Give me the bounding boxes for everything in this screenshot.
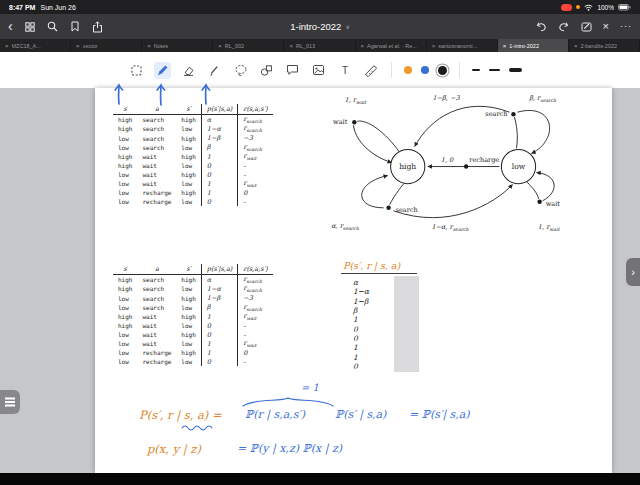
share-button[interactable] [92,21,103,33]
table-cell: high [176,330,201,339]
recording-indicator[interactable] [561,4,572,11]
table-cell: high [113,124,137,133]
close-document-button[interactable]: × [603,21,609,32]
back-button[interactable]: ‹ [8,19,13,33]
color-swatch-blue[interactable] [421,66,429,74]
tab-notes[interactable]: ×Notes [142,39,213,52]
tab-agarwal-et-al-re-[interactable]: ×Agarwal et al. - Re... [356,39,427,52]
table-cell: high [176,275,201,285]
column-header: r(s,a,s′) [238,104,273,115]
stroke-width-medium[interactable] [489,69,500,72]
documents-grid-button[interactable] [25,22,35,32]
handwritten-value: 0 [353,362,369,371]
table-cell: - [238,197,273,206]
tab-close-icon[interactable]: × [147,43,151,49]
microphone-indicator [576,5,580,9]
table-cell: low [113,294,137,303]
overbrace [241,396,335,407]
edge-label: 1−α, rsearch [431,223,469,232]
more-options-button[interactable]: ··· [620,22,632,31]
table-cell: search [137,115,176,125]
comment-tool-button[interactable] [284,62,301,79]
undo-button[interactable] [535,22,547,32]
eraser-tool-button[interactable] [180,62,197,79]
table-cell: high [113,275,137,285]
table-row: lowrechargelow0- [113,357,273,366]
status-date: Sun Jun 26 [40,4,75,11]
markup-button[interactable] [581,21,592,32]
tab-close-icon[interactable]: × [361,43,365,49]
sidebar-toggle[interactable]: › [626,258,640,286]
table-cell: low [113,143,137,152]
ruler-tool-button[interactable] [362,62,379,79]
table-cell: wait [137,330,176,339]
table-row: highwaithigh1rwait [113,312,273,321]
text-tool-button[interactable]: T [336,62,353,79]
tab-close-icon[interactable]: × [503,43,507,49]
shapes-tool-button[interactable] [258,62,275,79]
battery-percent: 100% [597,4,614,11]
bookmark-button[interactable] [70,21,80,32]
redo-button[interactable] [558,22,570,32]
handwritten-eq1-factor1: ℙ(r | s,a,s′) [245,408,305,421]
stroke-width-thin[interactable] [472,69,480,71]
tab-close-icon[interactable]: × [574,43,578,49]
table-cell: 1−α [201,284,238,293]
table-cell: search [137,284,176,293]
tab-2-bandits-2022[interactable]: ×2-bandits-2022 [569,39,640,52]
state-high-label: high [399,162,416,171]
lasso-tool-button[interactable] [232,62,249,79]
handwritten-value: 1−α [353,287,369,296]
tab-close-icon[interactable]: × [76,43,80,49]
table-cell: rwait [238,179,273,188]
tab-close-icon[interactable]: × [5,43,9,49]
undo-icon [535,22,547,32]
color-swatch-black-selected[interactable] [438,66,447,75]
table-cell: −3 [238,134,273,143]
table-cell: low [176,143,201,152]
wifi-icon [584,4,593,11]
tab-1-intro-2022[interactable]: ×1-intro-2022 [498,39,569,52]
tab-close-icon[interactable]: × [432,43,436,49]
tab-close-icon[interactable]: × [289,43,293,49]
pdf-page: sas′p(s′|s,a)r(s,a,s′) highsearchhighαrs… [95,88,612,473]
status-time: 8:47 PM [9,4,35,11]
page-outline-button[interactable] [0,390,20,414]
handwritten-value: 0 [353,334,369,343]
table-cell: high [113,161,137,170]
tab-rl-013[interactable]: ×RL_013 [284,39,355,52]
document-title[interactable]: 1-intro-2022 ∨ [290,14,350,39]
table-cell: rwait [238,312,273,321]
table-cell: wait [137,312,176,321]
table-cell: high [176,134,201,143]
tab-vector[interactable]: ×vector [71,39,142,52]
table-cell: rwait [238,339,273,348]
tab-rl-002[interactable]: ×RL_002 [213,39,284,52]
highlighter-tool-button[interactable] [206,62,223,79]
tab-label: RL_013 [296,43,315,49]
annotation-values: α1−α1−ββ100110 [353,278,369,371]
tab-mzc18-a-[interactable]: ×MZC18_A... [0,39,71,52]
table-cell: - [238,330,273,339]
handwritten-value: 0 [353,325,369,334]
search-button[interactable] [47,21,58,32]
outline-icon [5,398,15,400]
stroke-width-thick[interactable] [509,68,522,72]
table-cell: low [176,197,201,206]
table-cell: low [113,348,137,357]
table-cell: recharge [137,197,176,206]
table-cell: 1−β [201,294,238,303]
table-cell: low [176,339,201,348]
handwritten-value: 1 [353,315,369,324]
table-cell: rsearch [238,115,273,125]
pen-tool-button[interactable] [154,62,171,79]
image-tool-button[interactable] [310,62,327,79]
table-cell: high [176,170,201,179]
tab-santosnanonti-[interactable]: ×santosnanonti... [427,39,498,52]
table-row: lowwaitlow1rwait [113,339,273,348]
select-tool-button[interactable] [128,62,145,79]
color-swatch-orange[interactable] [404,66,412,74]
tab-close-icon[interactable]: × [218,43,222,49]
table-cell: high [113,115,137,125]
table-cell: rwait [238,152,273,161]
